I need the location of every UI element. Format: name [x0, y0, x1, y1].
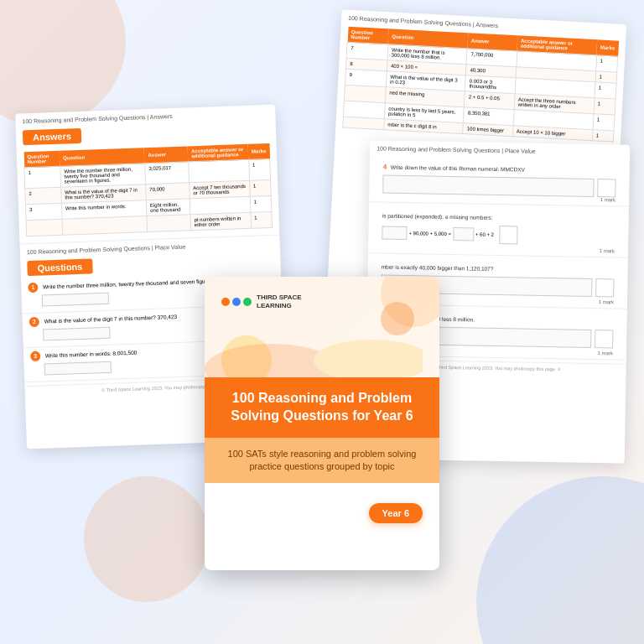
cell-guidance: pt numbers written in either order	[190, 212, 251, 230]
year-badge: Year 6	[369, 503, 423, 523]
cell-qnum: 1	[24, 166, 61, 188]
cell-qnum: 3	[25, 203, 61, 220]
cell-marks: 1	[248, 158, 270, 180]
eq-plus-1: + 90,000 + 5,000 =	[408, 231, 451, 236]
mark-box-5	[499, 226, 517, 244]
cell-marks: 1	[592, 130, 614, 142]
eq-box-1	[382, 226, 407, 241]
cell-guidance	[189, 159, 250, 182]
col-answer: Answer	[144, 146, 189, 163]
pv-qnum-4: 4	[383, 164, 387, 171]
eq-box-2	[453, 227, 474, 241]
cell-answer: 100 times bigger	[463, 123, 513, 137]
cell-marks: 1	[594, 98, 615, 115]
cover-title: 100 Reasoning and Problem Solving Questi…	[205, 377, 439, 438]
col-header-marks: Marks	[596, 39, 618, 56]
pv-qtext-5: is partitioned (expanded). e missing num…	[382, 213, 493, 221]
bg-decoration-1	[0, 0, 126, 126]
cover-subtitle-text: 100 SATs style reasoning and problem sol…	[228, 449, 417, 471]
pv-qtext-4: Write down the value of this Roman numer…	[391, 164, 525, 173]
col-marks: Marks	[248, 143, 270, 159]
col-qnum: Question Number	[23, 151, 60, 168]
cell-answer: 70,000	[146, 183, 190, 200]
cell-qnum: 9	[345, 69, 387, 87]
pv-answer-4	[382, 175, 594, 197]
cell-qnum	[343, 101, 385, 119]
question-text-2: What is the value of the digit 7 in this…	[44, 314, 177, 325]
answer-box-1	[42, 293, 109, 307]
logo-icon	[221, 298, 252, 306]
cell-marks: 1	[250, 195, 272, 212]
cell-marks: 1	[595, 55, 617, 72]
cell-question	[62, 216, 148, 236]
cover-top-section: THIRD SPACE LEARNING	[205, 277, 439, 377]
cover-page: THIRD SPACE LEARNING 100 Reasoning and P…	[205, 277, 439, 570]
bg-decoration-2	[476, 476, 644, 644]
cover-subtitle: 100 SATs style reasoning and problem sol…	[205, 438, 439, 484]
question-text-3: Write this number in words: 8,001,500	[45, 350, 138, 359]
cell-marks: 1	[593, 114, 615, 131]
question-num-2: 2	[29, 317, 39, 327]
cell-qnum	[344, 85, 386, 103]
answer-box-3	[44, 361, 112, 376]
mark-box-6	[595, 278, 614, 297]
cell-marks: 1	[595, 71, 617, 83]
cell-marks: 1	[595, 82, 616, 99]
answers-table-left: Question Number Question Answer Acceptab…	[23, 143, 273, 236]
cell-qnum: 2	[25, 187, 61, 204]
mark-box-4	[597, 179, 615, 197]
cell-qnum	[26, 219, 62, 236]
cell-answer	[147, 215, 191, 232]
logo-dot-green	[243, 298, 252, 306]
svg-point-1	[314, 340, 423, 377]
cell-answer: Eight million, one thousand	[146, 199, 190, 216]
answers-badge: Answers	[23, 128, 81, 145]
answer-box-2	[43, 327, 110, 341]
cell-qnum	[343, 117, 384, 130]
logo-dot-orange	[221, 298, 230, 306]
logo-text-line2: LEARNING	[257, 302, 302, 310]
questions-page-header: 100 Reasoning and Problem Solving Questi…	[20, 236, 280, 258]
pv-question-5: is partitioned (expanded). e missing num…	[368, 202, 629, 257]
cell-marks: 1	[251, 211, 273, 228]
wavy-decoration	[205, 327, 423, 377]
cell-guidance	[190, 196, 250, 214]
answers-table-right: Question Number Question Answer Acceptab…	[342, 27, 619, 143]
cover-bottom: Year 6	[205, 483, 439, 508]
pv-qtext-6: mber is exactly 40,000 bigger than 1,120…	[382, 264, 494, 272]
pv-question-4: 4 Write down the value of this Roman num…	[369, 153, 630, 206]
logo-dot-blue	[232, 298, 241, 306]
bg-decoration-3	[84, 476, 210, 602]
cell-answer: 3,025,017	[145, 162, 190, 184]
cell-qnum: 7	[346, 42, 388, 60]
cover-title-text: 100 Reasoning and Problem Solving Questi…	[231, 391, 413, 423]
eq-plus-2: + 60 + 2	[475, 232, 494, 237]
mark-box-7	[595, 330, 613, 348]
cell-marks: 1	[249, 179, 271, 196]
logo-text: THIRD SPACE LEARNING	[257, 293, 302, 309]
question-text-1: Write the number three million, twenty f…	[43, 278, 215, 289]
cell-guidance: Accept 7 ten thousands or 70 thousands	[190, 180, 250, 198]
question-num-3: 3	[30, 351, 40, 361]
cell-question: Write the number three million, twenty f…	[60, 164, 146, 188]
question-num-1: 1	[28, 283, 38, 293]
questions-badge: Questions	[27, 258, 92, 276]
logo-text-line1: THIRD SPACE	[257, 293, 302, 302]
